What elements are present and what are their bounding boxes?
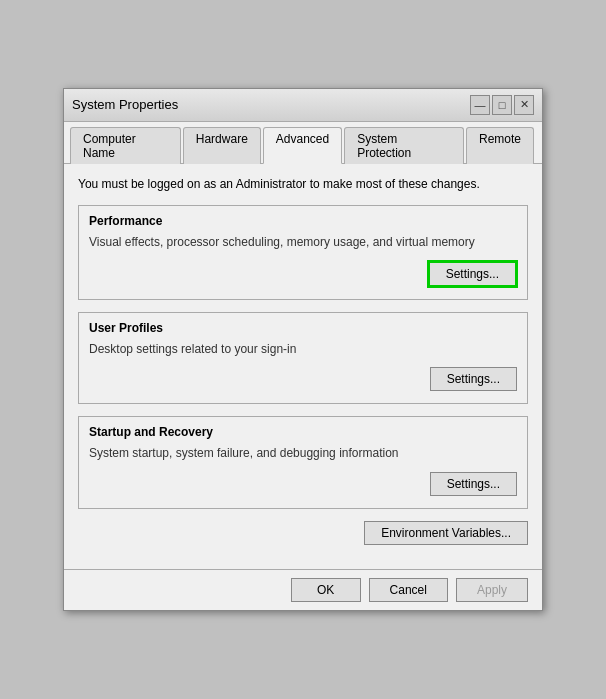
performance-description: Visual effects, processor scheduling, me… (89, 234, 517, 251)
user-profiles-settings-button[interactable]: Settings... (430, 367, 517, 391)
startup-recovery-settings-button[interactable]: Settings... (430, 472, 517, 496)
env-variables-row: Environment Variables... (78, 521, 528, 545)
admin-notice: You must be logged on as an Administrato… (78, 176, 528, 193)
cancel-button[interactable]: Cancel (369, 578, 448, 602)
ok-button[interactable]: OK (291, 578, 361, 602)
performance-settings-button[interactable]: Settings... (428, 261, 517, 287)
bottom-bar: OK Cancel Apply (64, 569, 542, 610)
startup-recovery-description: System startup, system failure, and debu… (89, 445, 517, 462)
startup-recovery-btn-row: Settings... (89, 472, 517, 496)
performance-section: Performance Visual effects, processor sc… (78, 205, 528, 300)
user-profiles-btn-row: Settings... (89, 367, 517, 391)
startup-recovery-title: Startup and Recovery (89, 425, 517, 439)
performance-title: Performance (89, 214, 517, 228)
maximize-button[interactable]: □ (492, 95, 512, 115)
startup-recovery-section: Startup and Recovery System startup, sys… (78, 416, 528, 509)
user-profiles-section: User Profiles Desktop settings related t… (78, 312, 528, 405)
system-properties-window: System Properties — □ ✕ Computer Name Ha… (63, 88, 543, 611)
tab-system-protection[interactable]: System Protection (344, 127, 464, 164)
content-area: You must be logged on as an Administrato… (64, 164, 542, 569)
tab-hardware[interactable]: Hardware (183, 127, 261, 164)
tab-computer-name[interactable]: Computer Name (70, 127, 181, 164)
performance-btn-row: Settings... (89, 261, 517, 287)
title-bar-controls: — □ ✕ (470, 95, 534, 115)
environment-variables-button[interactable]: Environment Variables... (364, 521, 528, 545)
title-bar: System Properties — □ ✕ (64, 89, 542, 122)
user-profiles-description: Desktop settings related to your sign-in (89, 341, 517, 358)
tabs-bar: Computer Name Hardware Advanced System P… (64, 122, 542, 164)
window-title: System Properties (72, 97, 178, 112)
tab-advanced[interactable]: Advanced (263, 127, 342, 164)
minimize-button[interactable]: — (470, 95, 490, 115)
close-button[interactable]: ✕ (514, 95, 534, 115)
apply-button[interactable]: Apply (456, 578, 528, 602)
tab-remote[interactable]: Remote (466, 127, 534, 164)
user-profiles-title: User Profiles (89, 321, 517, 335)
